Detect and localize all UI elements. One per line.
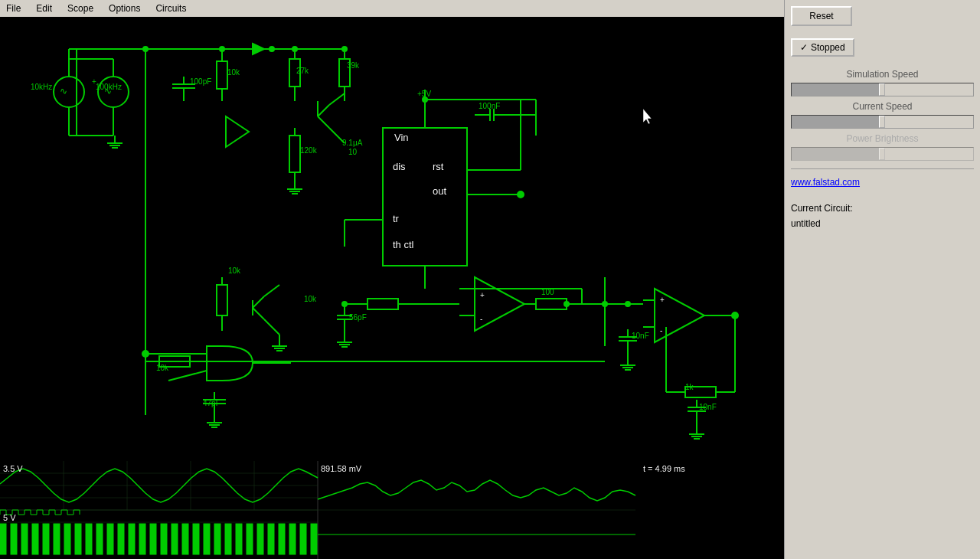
svg-rect-221 bbox=[247, 524, 253, 554]
svg-rect-203 bbox=[54, 524, 60, 554]
svg-text:∿: ∿ bbox=[60, 86, 67, 96]
svg-text:+: + bbox=[480, 291, 485, 299]
divider-1 bbox=[791, 168, 974, 169]
current-speed-thumb[interactable] bbox=[879, 116, 885, 128]
svg-text:1k: 1k bbox=[685, 383, 694, 391]
svg-rect-217 bbox=[204, 524, 210, 554]
svg-rect-198 bbox=[0, 524, 6, 554]
svg-text:out: out bbox=[433, 185, 446, 197]
svg-text:t = 4.99 ms: t = 4.99 ms bbox=[643, 464, 685, 473]
power-brightness-fill bbox=[792, 148, 883, 160]
circuit-area: File Edit Scope Options Circuits bbox=[0, 0, 784, 559]
reset-button[interactable]: Reset bbox=[791, 6, 852, 26]
svg-point-180 bbox=[564, 301, 570, 307]
stopped-label: Stopped bbox=[811, 42, 845, 53]
svg-rect-210 bbox=[129, 524, 135, 554]
svg-point-52 bbox=[518, 191, 524, 198]
svg-rect-201 bbox=[32, 524, 38, 554]
svg-point-173 bbox=[142, 46, 149, 52]
menu-scope[interactable]: Scope bbox=[64, 2, 96, 15]
current-speed-fill bbox=[792, 116, 883, 128]
svg-rect-219 bbox=[225, 524, 231, 554]
svg-rect-34 bbox=[289, 136, 300, 172]
svg-point-175 bbox=[292, 46, 298, 52]
svg-text:120k: 120k bbox=[300, 146, 318, 155]
simulation-speed-thumb[interactable] bbox=[879, 83, 885, 96]
svg-rect-214 bbox=[172, 524, 178, 554]
simulation-speed-label: Simulation Speed bbox=[791, 69, 974, 80]
circuit-diagram[interactable]: 10kHz + 100kHz ∿ ∿ 10k 27k 39k 100pF 120… bbox=[0, 17, 784, 461]
svg-rect-199 bbox=[11, 524, 17, 554]
svg-text:tr: tr bbox=[393, 213, 400, 224]
svg-rect-223 bbox=[268, 524, 274, 554]
svg-rect-202 bbox=[43, 524, 49, 554]
svg-rect-220 bbox=[236, 524, 242, 554]
svg-text:10nF: 10nF bbox=[632, 332, 649, 340]
svg-point-174 bbox=[219, 46, 225, 52]
svg-text:10k: 10k bbox=[304, 295, 317, 303]
svg-rect-207 bbox=[96, 524, 103, 554]
stopped-button[interactable]: ✓ Stopped bbox=[791, 38, 854, 57]
svg-rect-99 bbox=[536, 299, 567, 309]
svg-rect-200 bbox=[21, 524, 28, 554]
svg-point-179 bbox=[602, 301, 608, 307]
svg-text:39k: 39k bbox=[347, 61, 360, 70]
svg-point-181 bbox=[341, 301, 348, 307]
simulation-speed-fill bbox=[792, 83, 883, 96]
simulation-speed-track[interactable] bbox=[791, 83, 974, 96]
power-brightness-track[interactable] bbox=[791, 147, 974, 161]
svg-text:dis: dis bbox=[393, 161, 406, 172]
svg-text:5 V: 5 V bbox=[3, 513, 16, 522]
svg-text:+: + bbox=[660, 296, 665, 304]
svg-point-177 bbox=[269, 46, 275, 52]
svg-text:27k: 27k bbox=[296, 67, 309, 75]
svg-text:10k: 10k bbox=[156, 364, 169, 372]
right-panel: Reset ✓ Stopped Simulation Speed Current… bbox=[784, 0, 980, 559]
svg-rect-15 bbox=[217, 61, 227, 89]
svg-text:10k: 10k bbox=[227, 68, 240, 77]
svg-rect-216 bbox=[193, 524, 199, 554]
power-brightness-label: Power Brightness bbox=[791, 133, 974, 144]
scope-display: 3.5 V 891.58 mV t = 4.99 ms 5 V bbox=[0, 461, 784, 559]
svg-rect-58 bbox=[217, 285, 227, 315]
svg-text:100nF: 100nF bbox=[479, 102, 500, 110]
svg-point-183 bbox=[625, 301, 631, 307]
svg-text:47pF: 47pF bbox=[203, 399, 220, 407]
current-speed-section: Current Speed bbox=[791, 101, 974, 129]
website-link[interactable]: www.falstad.com bbox=[791, 177, 974, 188]
svg-text:3.5 V: 3.5 V bbox=[3, 464, 23, 473]
menu-file[interactable]: File bbox=[3, 2, 24, 15]
svg-point-176 bbox=[341, 46, 348, 52]
svg-rect-226 bbox=[300, 524, 306, 554]
svg-rect-212 bbox=[150, 524, 156, 554]
svg-rect-211 bbox=[139, 524, 145, 554]
current-speed-track[interactable] bbox=[791, 115, 974, 129]
menu-edit[interactable]: Edit bbox=[33, 2, 55, 15]
menu-bar: File Edit Scope Options Circuits bbox=[0, 0, 784, 17]
svg-rect-206 bbox=[86, 524, 92, 554]
power-brightness-thumb[interactable] bbox=[879, 148, 885, 160]
svg-text:10kHz: 10kHz bbox=[31, 83, 52, 91]
svg-text:10: 10 bbox=[348, 148, 358, 156]
svg-rect-222 bbox=[257, 524, 263, 554]
svg-text:∿: ∿ bbox=[104, 86, 112, 96]
svg-text:9.1μA: 9.1μA bbox=[342, 139, 363, 147]
svg-text:rst: rst bbox=[433, 161, 444, 172]
svg-text:-: - bbox=[660, 326, 662, 335]
check-icon: ✓ bbox=[800, 42, 808, 53]
menu-circuits[interactable]: Circuits bbox=[152, 2, 189, 15]
svg-rect-215 bbox=[182, 524, 188, 554]
svg-rect-204 bbox=[64, 524, 70, 554]
svg-point-178 bbox=[422, 96, 428, 103]
power-brightness-section: Power Brightness bbox=[791, 133, 974, 161]
svg-text:100pF: 100pF bbox=[190, 77, 211, 86]
svg-rect-224 bbox=[279, 524, 285, 554]
svg-rect-88 bbox=[368, 299, 398, 309]
current-circuit-label: Current Circuit: bbox=[791, 203, 974, 214]
svg-rect-225 bbox=[289, 524, 296, 554]
svg-text:100: 100 bbox=[541, 288, 554, 296]
svg-text:10nF: 10nF bbox=[699, 403, 717, 411]
main-container: File Edit Scope Options Circuits bbox=[0, 0, 980, 559]
menu-options[interactable]: Options bbox=[106, 2, 143, 15]
svg-text:10k: 10k bbox=[228, 266, 241, 275]
